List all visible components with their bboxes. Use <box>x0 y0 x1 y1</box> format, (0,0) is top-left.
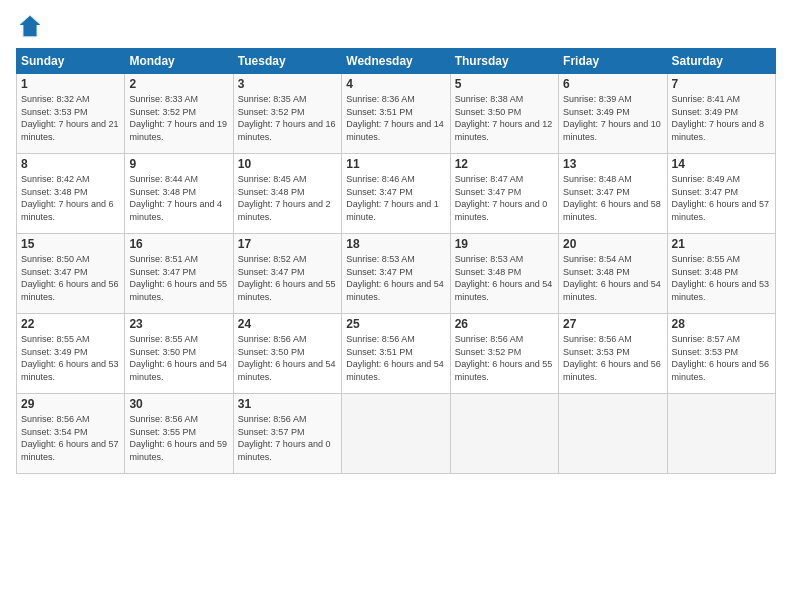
day-number: 31 <box>238 397 337 411</box>
calendar-cell: 17Sunrise: 8:52 AMSunset: 3:47 PMDayligh… <box>233 234 341 314</box>
col-header-friday: Friday <box>559 49 667 74</box>
calendar-cell: 30Sunrise: 8:56 AMSunset: 3:55 PMDayligh… <box>125 394 233 474</box>
day-detail: Sunrise: 8:49 AMSunset: 3:47 PMDaylight:… <box>672 173 771 223</box>
calendar-cell <box>667 394 775 474</box>
day-detail: Sunrise: 8:56 AMSunset: 3:50 PMDaylight:… <box>238 333 337 383</box>
day-detail: Sunrise: 8:56 AMSunset: 3:51 PMDaylight:… <box>346 333 445 383</box>
day-number: 9 <box>129 157 228 171</box>
day-number: 1 <box>21 77 120 91</box>
day-detail: Sunrise: 8:38 AMSunset: 3:50 PMDaylight:… <box>455 93 554 143</box>
day-detail: Sunrise: 8:55 AMSunset: 3:48 PMDaylight:… <box>672 253 771 303</box>
header-row-days: SundayMondayTuesdayWednesdayThursdayFrid… <box>17 49 776 74</box>
calendar-cell: 24Sunrise: 8:56 AMSunset: 3:50 PMDayligh… <box>233 314 341 394</box>
calendar-cell: 10Sunrise: 8:45 AMSunset: 3:48 PMDayligh… <box>233 154 341 234</box>
calendar-cell: 25Sunrise: 8:56 AMSunset: 3:51 PMDayligh… <box>342 314 450 394</box>
day-number: 30 <box>129 397 228 411</box>
calendar-cell: 13Sunrise: 8:48 AMSunset: 3:47 PMDayligh… <box>559 154 667 234</box>
day-number: 8 <box>21 157 120 171</box>
week-row-2: 8Sunrise: 8:42 AMSunset: 3:48 PMDaylight… <box>17 154 776 234</box>
calendar-cell: 6Sunrise: 8:39 AMSunset: 3:49 PMDaylight… <box>559 74 667 154</box>
day-number: 22 <box>21 317 120 331</box>
calendar-cell: 22Sunrise: 8:55 AMSunset: 3:49 PMDayligh… <box>17 314 125 394</box>
day-number: 19 <box>455 237 554 251</box>
day-number: 20 <box>563 237 662 251</box>
calendar-cell: 14Sunrise: 8:49 AMSunset: 3:47 PMDayligh… <box>667 154 775 234</box>
day-number: 16 <box>129 237 228 251</box>
calendar-cell: 2Sunrise: 8:33 AMSunset: 3:52 PMDaylight… <box>125 74 233 154</box>
calendar-cell: 3Sunrise: 8:35 AMSunset: 3:52 PMDaylight… <box>233 74 341 154</box>
day-number: 13 <box>563 157 662 171</box>
day-detail: Sunrise: 8:39 AMSunset: 3:49 PMDaylight:… <box>563 93 662 143</box>
calendar-cell: 1Sunrise: 8:32 AMSunset: 3:53 PMDaylight… <box>17 74 125 154</box>
day-number: 2 <box>129 77 228 91</box>
calendar-cell: 5Sunrise: 8:38 AMSunset: 3:50 PMDaylight… <box>450 74 558 154</box>
logo <box>16 12 48 40</box>
day-number: 6 <box>563 77 662 91</box>
week-row-1: 1Sunrise: 8:32 AMSunset: 3:53 PMDaylight… <box>17 74 776 154</box>
day-detail: Sunrise: 8:55 AMSunset: 3:49 PMDaylight:… <box>21 333 120 383</box>
calendar-cell: 7Sunrise: 8:41 AMSunset: 3:49 PMDaylight… <box>667 74 775 154</box>
day-number: 3 <box>238 77 337 91</box>
day-detail: Sunrise: 8:56 AMSunset: 3:54 PMDaylight:… <box>21 413 120 463</box>
day-number: 21 <box>672 237 771 251</box>
day-detail: Sunrise: 8:51 AMSunset: 3:47 PMDaylight:… <box>129 253 228 303</box>
day-detail: Sunrise: 8:32 AMSunset: 3:53 PMDaylight:… <box>21 93 120 143</box>
calendar-cell: 20Sunrise: 8:54 AMSunset: 3:48 PMDayligh… <box>559 234 667 314</box>
day-detail: Sunrise: 8:56 AMSunset: 3:52 PMDaylight:… <box>455 333 554 383</box>
day-detail: Sunrise: 8:46 AMSunset: 3:47 PMDaylight:… <box>346 173 445 223</box>
day-detail: Sunrise: 8:56 AMSunset: 3:53 PMDaylight:… <box>563 333 662 383</box>
calendar-cell: 16Sunrise: 8:51 AMSunset: 3:47 PMDayligh… <box>125 234 233 314</box>
calendar-cell: 29Sunrise: 8:56 AMSunset: 3:54 PMDayligh… <box>17 394 125 474</box>
calendar-table: SundayMondayTuesdayWednesdayThursdayFrid… <box>16 48 776 474</box>
day-number: 29 <box>21 397 120 411</box>
calendar-cell: 19Sunrise: 8:53 AMSunset: 3:48 PMDayligh… <box>450 234 558 314</box>
calendar-cell: 18Sunrise: 8:53 AMSunset: 3:47 PMDayligh… <box>342 234 450 314</box>
day-number: 26 <box>455 317 554 331</box>
header-row <box>16 12 776 40</box>
day-detail: Sunrise: 8:47 AMSunset: 3:47 PMDaylight:… <box>455 173 554 223</box>
week-row-5: 29Sunrise: 8:56 AMSunset: 3:54 PMDayligh… <box>17 394 776 474</box>
day-number: 7 <box>672 77 771 91</box>
day-number: 12 <box>455 157 554 171</box>
day-detail: Sunrise: 8:33 AMSunset: 3:52 PMDaylight:… <box>129 93 228 143</box>
calendar-cell <box>342 394 450 474</box>
day-detail: Sunrise: 8:52 AMSunset: 3:47 PMDaylight:… <box>238 253 337 303</box>
day-number: 14 <box>672 157 771 171</box>
col-header-tuesday: Tuesday <box>233 49 341 74</box>
calendar-cell: 15Sunrise: 8:50 AMSunset: 3:47 PMDayligh… <box>17 234 125 314</box>
day-detail: Sunrise: 8:53 AMSunset: 3:47 PMDaylight:… <box>346 253 445 303</box>
col-header-wednesday: Wednesday <box>342 49 450 74</box>
day-number: 17 <box>238 237 337 251</box>
col-header-thursday: Thursday <box>450 49 558 74</box>
day-detail: Sunrise: 8:41 AMSunset: 3:49 PMDaylight:… <box>672 93 771 143</box>
day-number: 24 <box>238 317 337 331</box>
calendar-cell: 12Sunrise: 8:47 AMSunset: 3:47 PMDayligh… <box>450 154 558 234</box>
calendar-cell: 4Sunrise: 8:36 AMSunset: 3:51 PMDaylight… <box>342 74 450 154</box>
col-header-monday: Monday <box>125 49 233 74</box>
calendar-cell <box>450 394 558 474</box>
day-detail: Sunrise: 8:45 AMSunset: 3:48 PMDaylight:… <box>238 173 337 223</box>
day-number: 11 <box>346 157 445 171</box>
calendar-cell: 26Sunrise: 8:56 AMSunset: 3:52 PMDayligh… <box>450 314 558 394</box>
calendar-cell: 11Sunrise: 8:46 AMSunset: 3:47 PMDayligh… <box>342 154 450 234</box>
col-header-saturday: Saturday <box>667 49 775 74</box>
calendar-container: SundayMondayTuesdayWednesdayThursdayFrid… <box>0 0 792 482</box>
week-row-4: 22Sunrise: 8:55 AMSunset: 3:49 PMDayligh… <box>17 314 776 394</box>
day-detail: Sunrise: 8:57 AMSunset: 3:53 PMDaylight:… <box>672 333 771 383</box>
calendar-cell: 8Sunrise: 8:42 AMSunset: 3:48 PMDaylight… <box>17 154 125 234</box>
day-number: 18 <box>346 237 445 251</box>
day-detail: Sunrise: 8:35 AMSunset: 3:52 PMDaylight:… <box>238 93 337 143</box>
calendar-cell: 27Sunrise: 8:56 AMSunset: 3:53 PMDayligh… <box>559 314 667 394</box>
day-detail: Sunrise: 8:53 AMSunset: 3:48 PMDaylight:… <box>455 253 554 303</box>
day-number: 10 <box>238 157 337 171</box>
week-row-3: 15Sunrise: 8:50 AMSunset: 3:47 PMDayligh… <box>17 234 776 314</box>
day-detail: Sunrise: 8:36 AMSunset: 3:51 PMDaylight:… <box>346 93 445 143</box>
day-number: 5 <box>455 77 554 91</box>
day-number: 15 <box>21 237 120 251</box>
day-detail: Sunrise: 8:54 AMSunset: 3:48 PMDaylight:… <box>563 253 662 303</box>
day-detail: Sunrise: 8:55 AMSunset: 3:50 PMDaylight:… <box>129 333 228 383</box>
day-number: 25 <box>346 317 445 331</box>
logo-icon <box>16 12 44 40</box>
day-detail: Sunrise: 8:56 AMSunset: 3:57 PMDaylight:… <box>238 413 337 463</box>
calendar-cell: 23Sunrise: 8:55 AMSunset: 3:50 PMDayligh… <box>125 314 233 394</box>
